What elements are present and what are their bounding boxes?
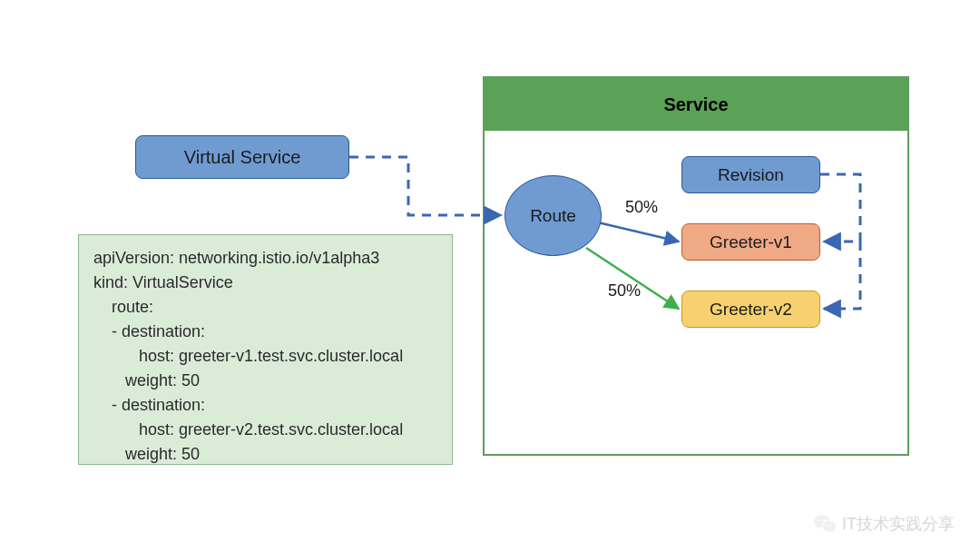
greeter-v1-label: Greeter-v1	[710, 232, 792, 252]
edge-vs-to-route	[349, 157, 501, 215]
yaml-config-panel: apiVersion: networking.istio.io/v1alpha3…	[78, 234, 453, 465]
route-node: Route	[505, 175, 602, 256]
service-header: Service	[485, 78, 907, 131]
greeter-v1-box: Greeter-v1	[681, 223, 820, 261]
yaml-text: apiVersion: networking.istio.io/v1alpha3…	[93, 249, 403, 463]
watermark-text: IT技术实践分享	[842, 513, 955, 535]
greeter-v2-box: Greeter-v2	[681, 291, 820, 328]
weight-label-v2: 50%	[608, 281, 641, 301]
service-container: Service	[483, 76, 909, 456]
watermark: IT技术实践分享	[813, 512, 955, 536]
wechat-icon	[813, 512, 837, 536]
revision-box: Revision	[681, 156, 820, 193]
revision-label: Revision	[718, 165, 784, 185]
virtual-service-label: Virtual Service	[184, 147, 301, 168]
route-label: Route	[530, 206, 576, 226]
service-header-label: Service	[663, 94, 728, 115]
greeter-v2-label: Greeter-v2	[710, 300, 792, 320]
virtual-service-box: Virtual Service	[135, 135, 349, 179]
weight-label-v1: 50%	[625, 198, 658, 217]
